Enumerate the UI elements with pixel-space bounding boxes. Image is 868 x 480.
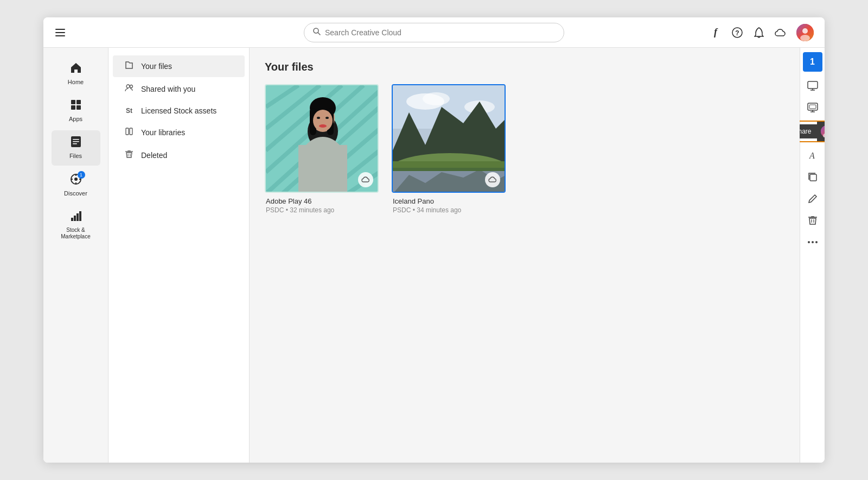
svg-point-9	[800, 35, 810, 41]
libraries-label: Your libraries	[141, 128, 185, 137]
font-icon[interactable]: f	[710, 27, 722, 39]
svg-rect-72	[809, 105, 816, 109]
shared-icon	[124, 84, 135, 94]
svg-point-28	[126, 85, 130, 88]
file-meta-2: PSDC • 34 minutes ago	[393, 206, 505, 214]
nav-shared-with-you[interactable]: Shared with you	[113, 78, 245, 100]
svg-point-87	[812, 241, 814, 243]
home-label: Home	[68, 79, 84, 86]
svg-rect-17	[73, 143, 77, 144]
svg-point-50	[313, 110, 333, 131]
panel-more-btn[interactable]	[803, 232, 822, 252]
nav-deleted[interactable]: Deleted	[113, 144, 245, 166]
svg-rect-10	[71, 100, 75, 104]
share-user-icon	[821, 125, 825, 137]
your-files-label: Your files	[141, 62, 172, 71]
files-grid: Adobe Play 46 PSDC • 32 minutes ago	[265, 84, 784, 214]
svg-point-59	[423, 92, 450, 105]
app-window: f ?	[43, 17, 825, 463]
file-name-1: Adobe Play 46	[266, 197, 378, 205]
file-card-iceland-pano[interactable]: Iceland Pano PSDC • 34 minutes ago	[392, 84, 506, 214]
file-card-adobe-play-46[interactable]: Adobe Play 46 PSDC • 32 minutes ago	[265, 84, 379, 214]
svg-rect-11	[76, 100, 81, 104]
secondary-nav: Your files Shared with you St Licensed S…	[108, 48, 250, 463]
nav-your-libraries[interactable]: Your libraries	[113, 122, 245, 143]
svg-point-52	[317, 117, 320, 119]
svg-point-8	[802, 28, 808, 34]
file-thumbnail-2[interactable]	[392, 84, 506, 193]
svg-rect-27	[79, 211, 81, 221]
svg-point-19	[74, 178, 78, 181]
discover-icon: 1	[70, 173, 82, 188]
licensed-stock-label: Licensed Stock assets	[141, 106, 216, 115]
panel-preview2-btn[interactable]	[803, 98, 822, 117]
apps-label: Apps	[69, 116, 82, 123]
search-icon	[313, 28, 321, 37]
file-info-2: Iceland Pano PSDC • 34 minutes ago	[392, 193, 506, 214]
files-label: Files	[69, 153, 82, 160]
cloud-icon[interactable]	[775, 27, 787, 39]
user-avatar[interactable]	[796, 24, 814, 41]
shared-with-you-label: Shared with you	[141, 85, 195, 93]
svg-rect-0	[55, 29, 65, 30]
svg-rect-12	[71, 105, 75, 110]
main-layout: Home Apps	[43, 48, 825, 463]
file-thumbnail-1[interactable]	[265, 84, 379, 193]
svg-rect-82	[810, 174, 816, 181]
sidebar-item-stock[interactable]: Stock & Marketplace	[52, 205, 100, 245]
share-user-button[interactable]	[817, 122, 825, 141]
svg-point-29	[130, 85, 133, 88]
svg-rect-2	[55, 35, 65, 36]
sidebar-item-home[interactable]: Home	[52, 56, 100, 91]
panel-text-btn[interactable]: A	[803, 146, 822, 165]
sidebar-item-discover[interactable]: 1 Discover	[52, 168, 100, 203]
discover-label: Discover	[64, 190, 87, 197]
svg-rect-68	[808, 81, 818, 89]
hamburger-menu[interactable]	[54, 27, 66, 39]
files-icon	[70, 136, 82, 150]
right-panel: 1 Share	[800, 48, 825, 463]
help-icon[interactable]: ?	[731, 27, 743, 39]
apps-icon	[70, 99, 82, 113]
search-bar[interactable]	[304, 23, 564, 42]
cloud-badge-1	[358, 172, 373, 187]
panel-delete-btn[interactable]	[803, 211, 822, 230]
svg-point-53	[326, 117, 329, 119]
svg-point-51	[319, 124, 327, 128]
top-bar-right: f ?	[710, 24, 814, 41]
nav-licensed-stock[interactable]: St Licensed Stock assets	[113, 101, 245, 121]
svg-line-4	[318, 33, 320, 35]
deleted-label: Deleted	[141, 151, 167, 160]
sidebar-item-apps[interactable]: Apps	[52, 93, 100, 128]
svg-rect-13	[76, 105, 81, 110]
file-meta-1: PSDC • 32 minutes ago	[266, 206, 378, 214]
bell-icon[interactable]	[753, 27, 765, 39]
svg-rect-24	[71, 218, 73, 221]
cloud-badge-2	[485, 172, 500, 187]
sidebar-item-files[interactable]: Files	[52, 130, 100, 165]
panel-edit-btn[interactable]	[803, 189, 822, 209]
libraries-icon	[124, 127, 135, 138]
svg-rect-1	[55, 32, 65, 33]
svg-rect-55	[298, 145, 347, 193]
svg-rect-25	[74, 216, 76, 221]
content-area: Your files	[250, 48, 800, 463]
svg-text:?: ?	[735, 29, 739, 36]
panel-copy-btn[interactable]	[803, 167, 822, 187]
svg-point-88	[815, 241, 818, 243]
panel-preview-btn[interactable]	[803, 76, 822, 96]
svg-rect-30	[126, 128, 129, 135]
deleted-icon	[124, 150, 135, 161]
svg-rect-16	[73, 141, 79, 142]
svg-point-86	[808, 241, 810, 243]
selection-count[interactable]: 1	[803, 52, 822, 72]
stock-icon	[70, 210, 82, 225]
svg-rect-31	[130, 128, 132, 135]
your-files-icon	[124, 61, 135, 72]
nav-your-files[interactable]: Your files	[113, 55, 245, 77]
svg-rect-15	[73, 139, 79, 140]
left-nav: Home Apps	[43, 48, 108, 463]
top-bar-left	[54, 27, 66, 39]
search-input[interactable]	[325, 28, 555, 37]
svg-text:A: A	[809, 151, 815, 160]
